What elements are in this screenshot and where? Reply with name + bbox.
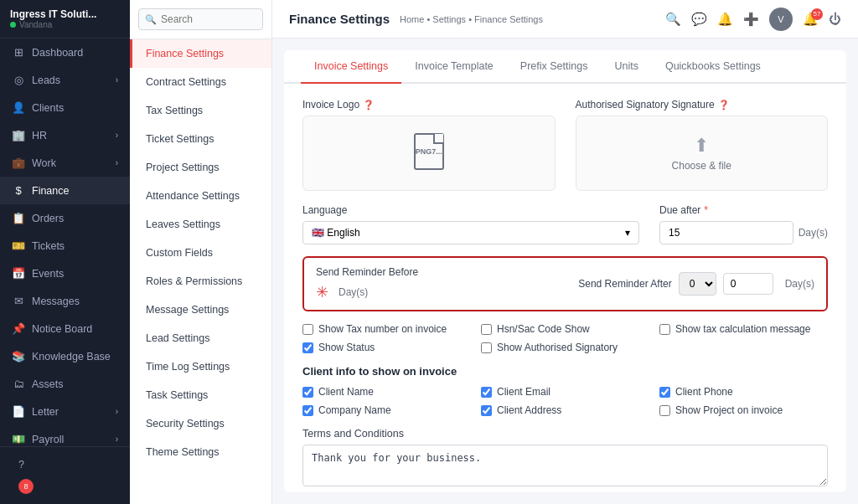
sidebar-item-payroll[interactable]: 💵 Payroll › xyxy=(0,425,130,446)
tab-prefix-settings[interactable]: Prefix Settings xyxy=(507,50,602,84)
search-topbar-icon[interactable]: 🔍 xyxy=(665,12,681,27)
client-checkbox-item-client-name: Client Name xyxy=(302,386,471,398)
client-checkbox-label-client-address: Client Address xyxy=(497,404,561,416)
client-checkbox-show-project[interactable] xyxy=(659,405,670,416)
sidebar-item-tickets[interactable]: 🎫 Tickets xyxy=(0,232,130,260)
sub-nav-item-lead-settings[interactable]: Lead Settings xyxy=(130,324,271,352)
checkbox-show-auth-sig[interactable] xyxy=(481,342,492,353)
sub-nav-item-security-settings[interactable]: Security Settings xyxy=(130,409,271,438)
sub-sidebar-search: 🔍 xyxy=(130,0,271,39)
sidebar-item-knowledge[interactable]: 📚 Knowledge Base xyxy=(0,342,130,370)
messages-nav-icon: ✉ xyxy=(12,295,25,307)
avatar[interactable]: V xyxy=(769,8,793,31)
brand-user: Vandana xyxy=(19,20,52,29)
tab-quickbooks-settings[interactable]: Quickbooks Settings xyxy=(652,50,774,84)
chat-icon[interactable]: 💬 xyxy=(691,12,707,27)
reminder-before-days: Day(s) xyxy=(339,286,368,298)
hr-arrow-icon: › xyxy=(116,131,118,140)
form-section: Invoice Logo ❓ PNG7... Authorised Signat… xyxy=(284,84,846,492)
client-checkbox-client-name[interactable] xyxy=(302,387,313,398)
finance-nav-icon: $ xyxy=(12,184,25,197)
hr-nav-label: HR xyxy=(32,130,116,141)
sub-nav-item-project-settings[interactable]: Project Settings xyxy=(130,153,271,182)
client-checkbox-label-client-email: Client Email xyxy=(497,386,550,398)
status-dot xyxy=(10,22,16,28)
tab-invoice-settings[interactable]: Invoice Settings xyxy=(301,50,401,84)
power-icon[interactable]: ⏻ xyxy=(829,12,841,26)
tab-units[interactable]: Units xyxy=(601,50,651,84)
due-days-label: Day(s) xyxy=(799,227,828,239)
reminder-after-select[interactable]: 0 1 2 xyxy=(679,272,716,296)
sub-nav-item-custom-fields[interactable]: Custom Fields xyxy=(130,239,271,267)
language-select[interactable]: 🇬🇧 English ▾ xyxy=(302,221,639,244)
noticeboard-nav-label: Notice Board xyxy=(32,323,118,335)
sub-nav-item-roles-permissions[interactable]: Roles & Permissions xyxy=(130,267,271,296)
noticeboard-nav-icon: 📌 xyxy=(12,322,25,335)
sidebar-item-messages[interactable]: ✉ Messages xyxy=(0,287,130,315)
sub-nav-item-leaves-settings[interactable]: Leaves Settings xyxy=(130,210,271,239)
client-checkbox-item-client-email: Client Email xyxy=(481,386,649,398)
terms-textarea[interactable]: Thank you for your business. xyxy=(302,445,828,486)
letter-nav-label: Letter xyxy=(32,406,116,418)
sub-nav-item-ticket-settings[interactable]: Ticket Settings xyxy=(130,125,271,153)
client-checkbox-client-address[interactable] xyxy=(481,405,492,416)
reminder-box: Send Reminder Before ✳ Day(s) Send Remin… xyxy=(302,256,828,311)
sidebar-item-dashboard[interactable]: ⊞ Dashboard xyxy=(0,39,130,66)
sub-nav-item-message-settings[interactable]: Message Settings xyxy=(130,296,271,324)
sidebar-item-leads[interactable]: ◎ Leads › xyxy=(0,66,130,94)
due-after-input[interactable] xyxy=(659,221,793,244)
sub-nav-item-tax-settings[interactable]: Tax Settings xyxy=(130,96,271,125)
checkbox-show-tax-calc[interactable] xyxy=(659,324,670,335)
reminder-after-days: Day(s) xyxy=(785,278,814,290)
tab-invoice-template[interactable]: Invoice Template xyxy=(401,50,507,84)
reminder-after-input[interactable] xyxy=(723,273,773,295)
orders-nav-label: Orders xyxy=(32,213,118,224)
work-nav-icon: 💼 xyxy=(12,157,25,169)
search-icon: 🔍 xyxy=(145,14,157,25)
sidebar-item-clients[interactable]: 👤 Clients xyxy=(0,94,130,121)
sidebar-item-events[interactable]: 📅 Events xyxy=(0,260,130,287)
sidebar-item-finance[interactable]: $ Finance xyxy=(0,177,130,204)
invoice-logo-help-icon[interactable]: ❓ xyxy=(363,100,375,111)
search-input[interactable] xyxy=(138,8,263,30)
client-checkbox-client-phone[interactable] xyxy=(659,387,670,398)
plus-icon[interactable]: ➕ xyxy=(743,12,759,27)
brand: Ingress IT Soluti... Vandana xyxy=(0,0,130,39)
sig-box[interactable]: ⬆ Choose & file xyxy=(576,116,829,191)
reminder-before-section: Send Reminder Before ✳ Day(s) xyxy=(316,266,568,301)
sub-nav-item-attendance-settings[interactable]: Attendance Settings xyxy=(130,182,271,210)
sub-nav-item-time-log-settings[interactable]: Time Log Settings xyxy=(130,352,271,381)
sub-nav-item-task-settings[interactable]: Task Settings xyxy=(130,381,271,409)
sig-help-icon[interactable]: ❓ xyxy=(718,100,730,111)
invoice-logo-label: Invoice Logo ❓ xyxy=(302,99,556,111)
client-checkbox-client-email[interactable] xyxy=(481,387,492,398)
letter-arrow-icon: › xyxy=(116,407,118,416)
sidebar-item-hr[interactable]: 🏢 HR › xyxy=(0,121,130,149)
bell-icon[interactable]: 🔔 xyxy=(717,12,733,27)
sidebar-item-letter[interactable]: 📄 Letter › xyxy=(0,398,130,425)
checkbox-show-status[interactable] xyxy=(302,342,313,353)
checkbox-hsn-sac-code[interactable] xyxy=(481,324,492,335)
client-checkbox-label-client-name: Client Name xyxy=(318,386,374,398)
sidebar-bottom: ? 8 xyxy=(0,446,130,504)
sub-nav-item-finance-settings[interactable]: Finance Settings xyxy=(130,39,271,68)
sidebar-item-work[interactable]: 💼 Work › xyxy=(0,149,130,177)
sidebar-item-assets[interactable]: 🗂 Assets xyxy=(0,370,130,398)
leads-arrow-icon: › xyxy=(116,75,118,85)
help-icon: ? xyxy=(18,459,24,471)
notif-count: 57 xyxy=(811,8,823,20)
client-checkbox-company-name[interactable] xyxy=(302,405,313,416)
sidebar-help[interactable]: ? xyxy=(7,454,123,476)
checkbox-show-tax-number[interactable] xyxy=(302,324,313,335)
chevron-down-icon: ▾ xyxy=(625,227,630,239)
sub-nav-item-contract-settings[interactable]: Contract Settings xyxy=(130,68,271,96)
sidebar-item-orders[interactable]: 📋 Orders xyxy=(0,204,130,232)
client-checkbox-item-client-phone: Client Phone xyxy=(659,386,828,398)
knowledge-nav-icon: 📚 xyxy=(12,350,25,363)
sub-nav-item-theme-settings[interactable]: Theme Settings xyxy=(130,438,271,466)
knowledge-nav-label: Knowledge Base xyxy=(32,351,118,363)
client-info-heading: Client info to show on invoice xyxy=(302,365,828,378)
sidebar-item-noticeboard[interactable]: 📌 Notice Board xyxy=(0,315,130,342)
reminder-after-label: Send Reminder After xyxy=(578,278,671,290)
reminder-before-label: Send Reminder Before xyxy=(316,266,568,278)
